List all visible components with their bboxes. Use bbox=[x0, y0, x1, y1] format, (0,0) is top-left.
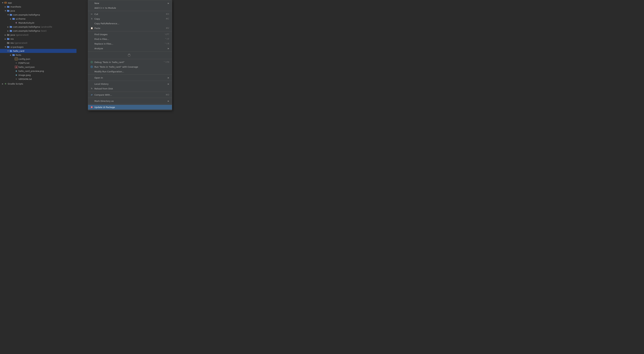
tree-arrow: ▶ bbox=[4, 34, 7, 36]
tree-item-res-generated[interactable]: res (generated) bbox=[0, 41, 76, 45]
tree-item-gradle[interactable]: ▶ ⚙ Gradle Scripts bbox=[0, 82, 76, 86]
tree-arrow: ▼ bbox=[1, 2, 4, 4]
folder-icon bbox=[10, 50, 12, 52]
menu-item-label: Local History bbox=[94, 83, 166, 85]
tree-item-fonts-txt[interactable]: ≡ FONTS.txt bbox=[0, 61, 76, 65]
tree-arrow: ▼ bbox=[4, 46, 7, 48]
tree-label: ui.theme bbox=[16, 17, 76, 20]
menu-item-mark-directory[interactable]: Mark Directory as ▶ bbox=[88, 99, 172, 103]
menu-item-modify-run[interactable]: Modify Run Configuration... bbox=[88, 69, 172, 74]
folder-icon bbox=[7, 45, 10, 48]
menu-item-add-cpp[interactable]: Add C++ to Module bbox=[88, 5, 172, 10]
menu-item-label: Compare With... bbox=[94, 94, 163, 96]
menu-item-label: Copy bbox=[94, 17, 163, 20]
tree-label: image.jpeg bbox=[18, 74, 76, 76]
menu-item-debug-tests[interactable]: Debug 'Tests in 'hello_card'' ⌃⇧F9 bbox=[88, 60, 172, 64]
tree-item-java-generated[interactable]: ▶ java (generated) bbox=[0, 33, 76, 37]
menu-item-update-ui-package[interactable]: ↑ Update UI Package bbox=[88, 105, 172, 110]
menu-item-cut[interactable]: ✂ Cut ⌘X bbox=[88, 12, 172, 16]
menu-item-label: Debug 'Tests in 'hello_card'' bbox=[94, 61, 161, 63]
tree-label: java (generated) bbox=[10, 34, 76, 36]
svg-marker-5 bbox=[92, 66, 92, 67]
paste-icon: 📋 bbox=[90, 27, 94, 29]
menu-item-find-usages[interactable]: Find Usages ⌥F7 bbox=[88, 32, 172, 37]
svg-text:↑: ↑ bbox=[91, 106, 92, 108]
tree-item-ui-packages[interactable]: ▼ ui-packages bbox=[0, 45, 76, 49]
menu-item-label: Mark Directory as bbox=[94, 100, 166, 102]
tree-label: VERSION.txt bbox=[18, 78, 76, 80]
menu-item-compare-with[interactable]: ⇄ Compare With... ⌘D bbox=[88, 92, 172, 97]
tree-item-fonts[interactable]: ▶ fonts bbox=[0, 53, 76, 57]
tree-item-manifests[interactable]: ▶ manifests bbox=[0, 5, 76, 9]
tree-label: ui-packages bbox=[10, 46, 76, 48]
tree-item-version-txt[interactable]: ≡ VERSION.txt bbox=[0, 77, 76, 81]
menu-item-reload-from-disk[interactable]: ↻ Reload from Disk bbox=[88, 86, 172, 91]
tree-arrow: ▶ bbox=[10, 54, 12, 56]
menu-item-local-history[interactable]: Local History ▶ bbox=[88, 82, 172, 86]
svg-rect-1 bbox=[5, 2, 6, 3]
menu-item-label: Run 'Tests in 'hello_card'' with Coverag… bbox=[94, 66, 169, 68]
folder-icon bbox=[7, 5, 10, 8]
tree-item-config-json[interactable]: {} config.json bbox=[0, 57, 76, 61]
cut-icon: ✂ bbox=[90, 13, 94, 15]
menu-item-copy[interactable]: ⎘ Copy ⌘C bbox=[88, 16, 172, 21]
menu-item-replace-files[interactable]: Replace in Files... ⌃⇧R bbox=[88, 41, 172, 46]
menu-item-find-files[interactable]: Find in Files... ⌃⇧F bbox=[88, 37, 172, 41]
menu-item-label: Copy Path/Reference... bbox=[94, 22, 169, 25]
folder-icon bbox=[10, 25, 12, 28]
tree-item-hello-card-json[interactable]: ● hello_card.json bbox=[0, 65, 76, 69]
tree-item-java[interactable]: ▼ java bbox=[0, 9, 76, 13]
menu-item-open-in[interactable]: Open In ▶ bbox=[88, 75, 172, 80]
tree-arrow: ▼ bbox=[7, 14, 10, 16]
folder-icon bbox=[7, 37, 10, 40]
menu-item-analyze[interactable]: Analyze ▶ bbox=[88, 46, 172, 51]
tree-item-com-example-android[interactable]: ▶ com.example.hellofigma (androidTe bbox=[0, 25, 76, 29]
shortcut-text: ⌃⇧F9 bbox=[163, 61, 169, 63]
menu-separator bbox=[88, 59, 172, 59]
tree-label: hello_card_preview.png bbox=[18, 70, 76, 72]
module-icon bbox=[4, 1, 7, 4]
update-ui-icon: ↑ bbox=[90, 106, 94, 108]
tree-item-hello-card[interactable]: ▼ hello_card bbox=[0, 49, 76, 53]
menu-item-spinner bbox=[88, 52, 172, 58]
json-file-icon: {} bbox=[15, 58, 18, 60]
menu-item-label: Paste bbox=[94, 27, 163, 29]
tree-label: MainActivity.kt bbox=[18, 22, 76, 24]
menu-item-label: Reload from Disk bbox=[94, 87, 169, 90]
reload-icon: ↻ bbox=[90, 87, 94, 90]
menu-item-new[interactable]: New ▶ bbox=[88, 1, 172, 5]
context-menu: New ▶ Add C++ to Module ✂ Cut ⌘X ⎘ Copy … bbox=[88, 0, 172, 110]
folder-icon bbox=[12, 17, 15, 20]
tree-label: hello_card.json bbox=[18, 66, 76, 68]
tree-item-mainactivity[interactable]: K MainActivity.kt bbox=[0, 21, 76, 25]
shortcut-text: ⌘C bbox=[166, 17, 169, 20]
menu-item-run-coverage[interactable]: Run 'Tests in 'hello_card'' with Coverag… bbox=[88, 64, 172, 69]
menu-item-label: Add C++ to Module bbox=[94, 7, 169, 9]
shortcut-text: ⌘X bbox=[166, 13, 169, 15]
tree-item-hello-card-preview[interactable]: ▣ hello_card_preview.png bbox=[0, 69, 76, 73]
tree-item-app[interactable]: ▼ app bbox=[0, 1, 76, 5]
tree-label: java bbox=[10, 9, 76, 12]
menu-item-label: Cut bbox=[94, 13, 163, 15]
menu-item-copy-path[interactable]: Copy Path/Reference... bbox=[88, 21, 172, 26]
menu-separator bbox=[88, 51, 172, 52]
jpeg-file-icon: ▣ bbox=[15, 74, 18, 76]
loading-spinner bbox=[128, 54, 130, 57]
tree-item-res[interactable]: ▶ res bbox=[0, 37, 76, 41]
menu-item-label: Open In bbox=[94, 77, 166, 79]
png-file-icon: ▣ bbox=[15, 70, 18, 72]
tree-label: hello_card bbox=[13, 50, 76, 52]
tree-item-ui-theme[interactable]: ▶ ui.theme bbox=[0, 17, 76, 21]
menu-item-paste[interactable]: 📋 Paste ⌘V bbox=[88, 26, 172, 30]
shortcut-text: ⌃⇧R bbox=[164, 42, 169, 45]
tree-label: config.json bbox=[18, 58, 76, 60]
tree-arrow: ▼ bbox=[7, 50, 10, 52]
kotlin-file-icon: K bbox=[15, 21, 18, 24]
tree-arrow: ▶ bbox=[4, 6, 7, 8]
menu-item-label: Update UI Package bbox=[94, 106, 169, 109]
tree-item-com-example-test[interactable]: ▶ com.example.hellofigma (test) bbox=[0, 29, 76, 33]
tree-item-com-example[interactable]: ▼ com.example.hellofigma bbox=[0, 13, 76, 17]
tree-item-image-jpeg[interactable]: ▣ image.jpeg bbox=[0, 73, 76, 77]
tree-arrow: ▶ bbox=[10, 18, 12, 20]
folder-gen-icon bbox=[7, 33, 10, 36]
